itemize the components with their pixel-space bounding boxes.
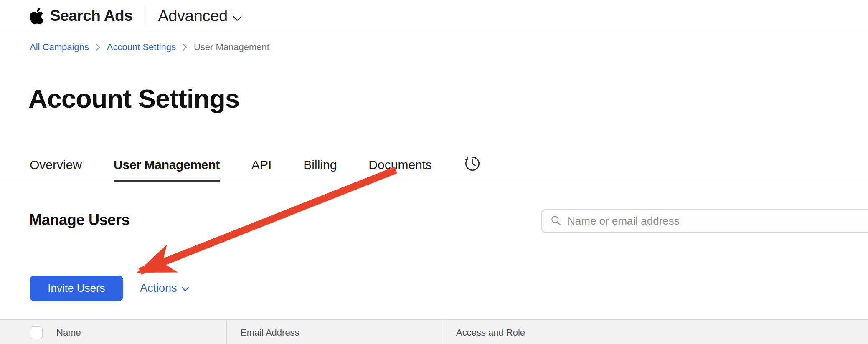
column-label-email: Email Address (241, 327, 299, 338)
section-title: Manage Users (29, 211, 130, 229)
tabs: Overview User Management API Billing Doc… (30, 148, 432, 182)
select-all-checkbox[interactable] (30, 326, 43, 339)
search-input[interactable] (566, 214, 868, 228)
apple-search-ads-brand[interactable]: Search Ads (30, 7, 132, 25)
chevron-right-icon (96, 43, 100, 51)
actions-dropdown[interactable]: Actions (140, 276, 189, 301)
chevron-down-icon (228, 7, 242, 25)
apple-logo-icon (30, 7, 44, 25)
column-label-access-role: Access and Role (456, 327, 525, 338)
tab-api[interactable]: API (251, 148, 272, 182)
column-header-name: Name (0, 320, 226, 344)
page: Search Ads Advanced All Campaigns Accoun… (0, 0, 868, 344)
invite-users-button[interactable]: Invite Users (30, 276, 123, 301)
page-title: Account Settings (28, 83, 239, 114)
top-bar: Search Ads Advanced (0, 0, 868, 32)
user-search-box (541, 209, 868, 233)
chevron-right-icon (183, 43, 187, 51)
chevron-down-icon (177, 282, 189, 295)
column-label-name: Name (56, 327, 81, 338)
tab-billing[interactable]: Billing (303, 148, 337, 182)
header-divider (145, 6, 145, 25)
tabs-bar: Overview User Management API Billing Doc… (0, 148, 868, 182)
history-clock-icon (463, 154, 482, 174)
tab-user-management[interactable]: User Management (114, 148, 220, 182)
actions-label: Actions (140, 282, 177, 295)
column-header-access-role: Access and Role (442, 320, 868, 344)
brand-name: Search Ads (50, 7, 132, 25)
history-button[interactable] (463, 148, 482, 182)
breadcrumb-all-campaigns[interactable]: All Campaigns (30, 42, 89, 53)
breadcrumb-user-management: User Management (194, 42, 269, 53)
breadcrumb: All Campaigns Account Settings User Mana… (30, 42, 269, 53)
tab-documents[interactable]: Documents (368, 148, 432, 182)
tab-overview[interactable]: Overview (30, 148, 82, 182)
search-icon (551, 215, 561, 228)
column-header-email: Email Address (226, 320, 442, 344)
edition-dropdown[interactable]: Advanced (158, 7, 242, 25)
edition-label: Advanced (158, 7, 228, 25)
users-table-header: Name Email Address Access and Role (0, 319, 868, 344)
breadcrumb-account-settings[interactable]: Account Settings (107, 42, 176, 53)
